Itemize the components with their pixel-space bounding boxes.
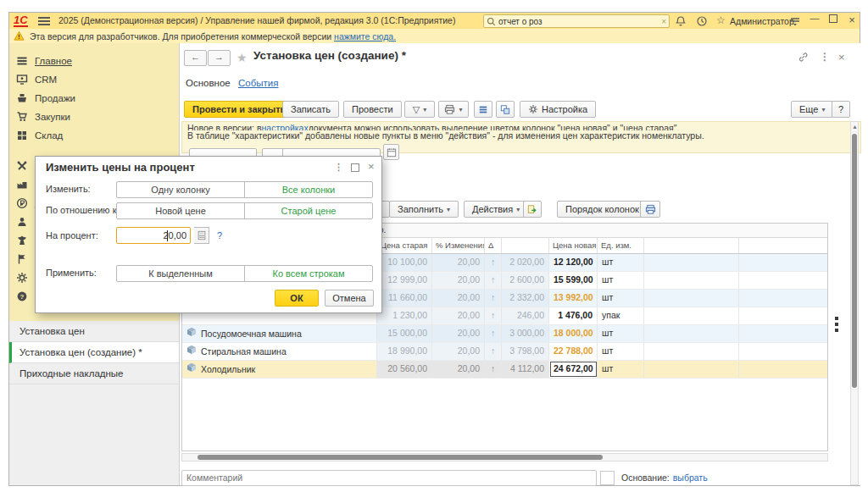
header-delta[interactable]: Δ	[485, 238, 502, 253]
cell-old-price[interactable]: 1 230,00	[377, 307, 432, 324]
header-pct-change[interactable]: % Изменения	[432, 238, 485, 253]
cell-new-price[interactable]: 13 992,00	[549, 290, 598, 307]
buy-commercial-link[interactable]: нажмите сюда.	[334, 31, 396, 41]
cell-unit[interactable]: шт	[598, 290, 644, 307]
header-old-price[interactable]: Цена старая	[377, 238, 432, 253]
cell-new-price[interactable]: 24 672,00	[549, 361, 598, 378]
option-one-column[interactable]: Одну колонку	[117, 182, 245, 197]
sidebar-item-zakupki[interactable]: Закупки	[9, 108, 179, 126]
cell-delta[interactable]: 2 332,00	[502, 290, 549, 307]
horizontal-scrollbar-thumb[interactable]	[198, 455, 603, 460]
cell-pct-change[interactable]: 20,00	[432, 290, 485, 307]
basis-select-link[interactable]: выбрать	[673, 473, 708, 483]
dialog-more-icon[interactable]: ⋮	[334, 162, 343, 173]
nav-forward-button[interactable]: →	[208, 50, 231, 66]
scroll-up-arrow-icon[interactable]: ▲	[852, 124, 858, 130]
dialog-ok-button[interactable]: ОК	[275, 290, 319, 307]
table-print-button[interactable]	[640, 201, 660, 218]
cell-delta[interactable]: 246,00	[502, 307, 549, 324]
document-structure-button[interactable]	[474, 101, 492, 118]
cell-delta[interactable]: 3 000,00	[502, 325, 549, 342]
favorites-star-icon[interactable]: ☆	[716, 14, 728, 26]
search-clear-icon[interactable]: ×	[661, 17, 666, 26]
cell-old-price[interactable]: 15 000,00	[377, 325, 432, 342]
compare-versions-button[interactable]	[496, 101, 515, 118]
main-menu-icon[interactable]	[38, 15, 50, 25]
cell-pct-change[interactable]: 20,00	[432, 325, 485, 342]
favorite-star-icon[interactable]: ★	[236, 51, 248, 64]
option-all-columns[interactable]: Все колонки	[245, 182, 372, 197]
horizontal-scrollbar[interactable]	[181, 453, 828, 462]
cell-pct-change[interactable]: 20,00	[432, 361, 485, 378]
cell-new-price[interactable]: 18 000,00	[549, 325, 598, 342]
sidebar-item-crm[interactable]: CRM	[9, 70, 179, 89]
cell-unit[interactable]: шт	[598, 272, 644, 289]
vertical-scrollbar[interactable]: ▲	[850, 121, 859, 485]
cell-new-price[interactable]: 15 599,00	[549, 272, 598, 289]
print-split-button[interactable]: ▾	[438, 101, 469, 118]
form-close-icon[interactable]: ×	[838, 51, 845, 64]
dialog-maximize-icon[interactable]	[351, 163, 359, 174]
cell-unit[interactable]: упак	[598, 307, 644, 324]
column-order-button[interactable]: Порядок колонок	[557, 201, 648, 218]
help-button[interactable]: ?	[832, 101, 850, 118]
header-new-price[interactable]: Цена новая	[549, 238, 598, 253]
cell-unit[interactable]: шт	[598, 343, 644, 360]
cell-old-price[interactable]: 12 999,00	[377, 272, 432, 289]
option-old-price[interactable]: Старой цене	[245, 203, 372, 218]
sidebar-item-prodazhi[interactable]: Продажи	[9, 89, 179, 108]
filter-split-button[interactable]: ▽▾	[404, 101, 435, 118]
cell-pct-change[interactable]: 20,00	[432, 272, 485, 289]
cell-nomenclature[interactable]: Посудомоечная машина	[182, 325, 377, 342]
actions-button[interactable]: Действия▾	[464, 201, 528, 218]
percent-help-link[interactable]: ?	[217, 230, 222, 240]
percent-input[interactable]: 20,00	[116, 227, 191, 244]
change-prices-icon-button[interactable]	[523, 201, 542, 218]
search-input[interactable]	[496, 17, 661, 26]
cell-new-price[interactable]: 1 476,00	[549, 307, 598, 324]
cell-pct-change[interactable]: 20,00	[432, 343, 485, 360]
settings-link[interactable]: настройках	[262, 123, 309, 130]
more-button[interactable]: Еще▾	[791, 101, 833, 118]
maximize-button[interactable]	[826, 14, 840, 25]
global-search[interactable]: ×	[483, 14, 670, 28]
service-menu-icon[interactable]	[789, 15, 801, 27]
cell-pct-change[interactable]: 20,00	[432, 307, 485, 324]
settings-button[interactable]: Настройка	[520, 101, 596, 118]
cell-new-price[interactable]: 12 120,00	[549, 254, 598, 271]
cell-delta[interactable]: 4 112,00	[502, 361, 549, 378]
vertical-scrollbar-thumb[interactable]	[852, 134, 857, 388]
fill-button[interactable]: Заполнить▾	[389, 201, 459, 218]
cell-pct-change[interactable]: 20,00	[432, 254, 485, 271]
calendar-icon[interactable]	[383, 144, 399, 160]
cell-delta[interactable]: 2 600,00	[502, 272, 549, 289]
get-link-icon[interactable]	[798, 52, 809, 65]
header-delta-value[interactable]	[502, 238, 549, 253]
sidebar-item-glavnoe[interactable]: Главное	[9, 52, 179, 70]
sidebar-item-sklad[interactable]: Склад	[9, 126, 179, 145]
dialog-close-icon[interactable]: ×	[368, 160, 375, 173]
minimize-button[interactable]: —	[808, 13, 821, 23]
close-window-button[interactable]: ×	[845, 14, 859, 26]
option-selected-rows[interactable]: К выделенным	[117, 266, 245, 281]
nav-back-button[interactable]: ←	[184, 50, 207, 66]
cell-old-price[interactable]: 11 660,00	[377, 290, 432, 307]
cell-nomenclature[interactable]: Стиральная машина	[182, 343, 377, 360]
cell-delta[interactable]: 2 020,00	[502, 254, 549, 271]
tab-events[interactable]: События	[238, 78, 278, 88]
write-button[interactable]: Записать	[282, 101, 339, 118]
post-button[interactable]: Провести	[343, 101, 402, 118]
table-row[interactable]: Посудомоечная машина15 000,0020,00↑3 000…	[182, 325, 827, 343]
cell-unit[interactable]: шт	[598, 325, 644, 342]
open-window-item[interactable]: Установка цен (создание) *	[9, 342, 179, 363]
tab-main[interactable]: Основное	[186, 78, 231, 88]
comment-input[interactable]	[181, 470, 597, 486]
dialog-cancel-button[interactable]: Отмена	[325, 290, 374, 307]
cell-unit[interactable]: шт	[598, 361, 644, 378]
basis-box[interactable]	[600, 471, 615, 485]
calculator-icon[interactable]	[194, 227, 209, 244]
table-row[interactable]: Холодильник20 560,0020,00↑4 112,0024 672…	[182, 361, 827, 379]
cell-old-price[interactable]: 10 100,00	[377, 254, 432, 271]
cell-delta[interactable]: 3 798,00	[502, 343, 549, 360]
option-all-rows[interactable]: Ко всем строкам	[245, 266, 372, 281]
